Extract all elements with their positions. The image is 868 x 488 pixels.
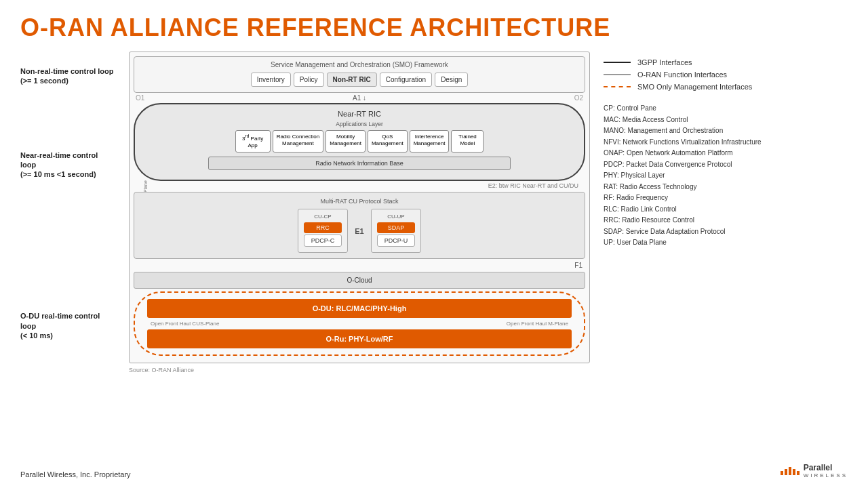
- apps-row: 3rd PartyApp Radio ConnectionManagement …: [143, 130, 576, 152]
- smo-non-rt-ric: Non-RT RIC: [327, 73, 377, 87]
- non-rt-label: Non-real-time control loop(>= 1 second): [20, 66, 115, 86]
- pw-company: Parallel: [804, 464, 848, 472]
- odu-box: O-DU: RLC/MAC/PHY-High: [147, 299, 572, 318]
- smo-configuration: Configuration: [380, 73, 432, 87]
- legend-line-solid: [604, 62, 631, 63]
- def-mac: MAC: Media Access Control: [604, 115, 848, 126]
- pw-bar-2: [785, 469, 787, 475]
- legend-line-gray: [604, 74, 631, 75]
- def-sdap: SDAP: Service Data Adaptation Protocol: [604, 226, 848, 238]
- smo-box: Service Management and Orchestration (SM…: [134, 56, 585, 93]
- pw-sub: WIRELESS: [804, 472, 848, 479]
- legend-interfaces: 3GPP Interfaces O-RAN Function Interface…: [604, 58, 848, 91]
- cu-cp-title: CU-CP: [304, 214, 342, 220]
- o1-o2-row: O1 A1 ↓ O2: [134, 94, 585, 102]
- fronthaul-labels: Open Front Haul CUS-Plane Open Front Hau…: [147, 321, 572, 327]
- smo-design: Design: [435, 73, 468, 87]
- app-mobility: MobilityManagement: [326, 130, 366, 152]
- def-rrc: RRC: Radio Resource Control: [604, 215, 848, 226]
- rnib-box: Radio Network Information Base: [208, 157, 511, 170]
- smo-inventory: Inventory: [251, 73, 291, 87]
- app-radio-connection: Radio ConnectionManagement: [273, 130, 324, 152]
- def-rf: RF: Radio Frequency: [604, 192, 848, 204]
- legend-smo: SMO Only Management Interfaces: [604, 83, 848, 91]
- app-3rd-party: 3rd PartyApp: [235, 130, 271, 152]
- pdcp-c-component: PDCP-C: [304, 235, 342, 247]
- source-text: Source: O-RAN Alliance: [129, 367, 590, 373]
- near-rt-ric-box: Near-RT RIC Applications Layer 3rd Party…: [134, 103, 585, 181]
- near-rt-ric-title: Near-RT RIC: [143, 110, 576, 118]
- pw-bar-3: [789, 467, 791, 475]
- legend-definitions: CP: Control Pane MAC: Media Access Contr…: [604, 103, 848, 249]
- smo-title: Service Management and Orchestration (SM…: [140, 61, 579, 68]
- app-qos: QoSManagement: [368, 130, 408, 152]
- page: O-RAN ALLIANCE REFERENCE ARCHITECTURE No…: [0, 0, 868, 488]
- def-mano: MANO: Management and Orchestration: [604, 125, 848, 137]
- def-rat: RAT: Radio Access Technology: [604, 182, 848, 193]
- pw-bar-4: [793, 469, 795, 475]
- ocloud-box: O-Cloud: [134, 272, 585, 289]
- fronthaul-left: Open Front Haul CUS-Plane: [151, 321, 219, 327]
- e2-label: E2: btw RIC Near-RT and CU/DU: [134, 182, 585, 189]
- rrc-component: RRC: [304, 222, 342, 233]
- def-pdcp: PDCP: Packet Data Convergence Protocol: [604, 159, 848, 171]
- cu-cp-section: CU-CP RRC PDCP-C: [298, 209, 349, 253]
- app-trained-model: TrainedModel: [451, 130, 484, 152]
- legend-oran-label: O-RAN Function Interfaces: [637, 70, 727, 79]
- pw-bars-icon: [781, 467, 800, 475]
- bottom-bar: Parallel Wireless, Inc. Proprietary Para…: [20, 464, 848, 479]
- oru-box: O-Ru: PHY-Low/RF: [147, 329, 572, 348]
- fronthaul-right: Open Front Haul M-Plane: [507, 321, 568, 327]
- def-up: UP: User Data Plane: [604, 237, 848, 249]
- legend-smo-label: SMO Only Management Interfaces: [637, 83, 752, 91]
- def-onap: ONAP: Open Network Automation Platform: [604, 148, 848, 159]
- smo-policy: Policy: [294, 73, 324, 87]
- def-rlc: RLC: Radio Link Control: [604, 204, 848, 216]
- cu-up-title: CU-UP: [377, 214, 416, 220]
- main-box: Open Front Haul M-Plane Service Manageme…: [129, 52, 590, 363]
- cu-box: Multi-RAT CU Protocol Stack CU-CP RRC PD…: [134, 192, 585, 259]
- pw-text-block: Parallel WIRELESS: [804, 464, 848, 479]
- legend-3gpp-label: 3GPP Interfaces: [637, 58, 692, 66]
- o2-label: O2: [574, 94, 583, 102]
- pw-bar-1: [781, 471, 783, 475]
- e1-label: E1: [355, 227, 363, 235]
- pw-logo: Parallel WIRELESS: [781, 464, 848, 479]
- footer-text: Parallel Wireless, Inc. Proprietary: [20, 470, 131, 479]
- def-phy: PHY: Physical Layer: [604, 170, 848, 182]
- o1-label: O1: [136, 94, 144, 102]
- pw-bar-5: [797, 471, 800, 475]
- content-area: Non-real-time control loop(>= 1 second) …: [20, 52, 848, 373]
- cu-inner: CU-CP RRC PDCP-C E1 CU-UP SDAP PDCP-U: [140, 209, 579, 253]
- odu-label: O-DU real-time control loop(< 10 ms): [20, 311, 115, 340]
- def-nfvi: NFVI: Network Functions Virtualization I…: [604, 137, 848, 148]
- cu-up-section: CU-UP SDAP PDCP-U: [371, 209, 422, 253]
- left-labels: Non-real-time control loop(>= 1 second) …: [20, 52, 115, 373]
- page-title: O-RAN ALLIANCE REFERENCE ARCHITECTURE: [20, 14, 848, 42]
- sdap-component: SDAP: [377, 222, 416, 233]
- def-cp: CP: Control Pane: [604, 103, 848, 115]
- diagram: Open Front Haul M-Plane Service Manageme…: [129, 52, 590, 373]
- near-rt-label: Near-real-time control loop(>= 10 ms <1 …: [20, 150, 115, 180]
- smo-items: Inventory Policy Non-RT RIC Configuratio…: [140, 73, 579, 87]
- f1-label: F1: [134, 262, 585, 269]
- legend-3gpp: 3GPP Interfaces: [604, 58, 848, 66]
- pdcp-u-component: PDCP-U: [377, 235, 416, 247]
- legend-oran: O-RAN Function Interfaces: [604, 70, 848, 79]
- legend-line-dashed: [604, 86, 631, 87]
- app-interference: InterferenceManagement: [410, 130, 450, 152]
- legend: 3GPP Interfaces O-RAN Function Interface…: [604, 52, 848, 373]
- a1-label: A1 ↓: [353, 94, 366, 102]
- cu-title: Multi-RAT CU Protocol Stack: [140, 198, 579, 205]
- apps-layer-label: Applications Layer: [143, 121, 576, 127]
- odu-oru-oval: O-DU: RLC/MAC/PHY-High Open Front Haul C…: [134, 291, 585, 356]
